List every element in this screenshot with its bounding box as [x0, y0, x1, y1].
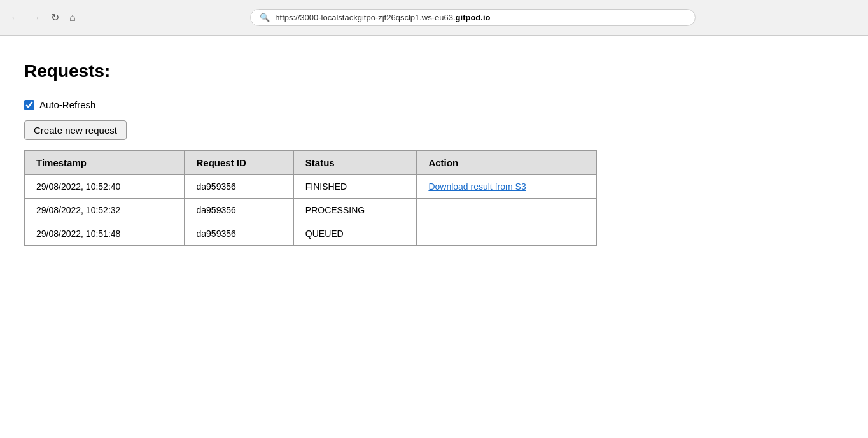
- cell-request-id: da959356: [185, 222, 293, 246]
- create-new-request-button[interactable]: Create new request: [24, 120, 127, 140]
- cell-status: QUEUED: [293, 222, 417, 246]
- search-icon: 🔍: [260, 13, 270, 22]
- url-text: https://3000-localstackgitpo-zjf26qsclp1…: [275, 13, 490, 22]
- cell-request-id: da959356: [185, 199, 293, 222]
- col-request-id: Request ID: [185, 151, 293, 175]
- page-title: Requests:: [24, 61, 843, 81]
- back-button[interactable]: ←: [8, 10, 23, 26]
- cell-timestamp: 29/08/2022, 10:52:32: [25, 199, 185, 222]
- table-header-row: Timestamp Request ID Status Action: [25, 151, 597, 175]
- table-row: 29/08/2022, 10:52:40da959356FINISHEDDown…: [25, 175, 597, 199]
- address-bar[interactable]: 🔍 https://3000-localstackgitpo-zjf26qscl…: [250, 9, 696, 26]
- forward-button[interactable]: →: [28, 10, 43, 26]
- browser-nav: ← → ↻ ⌂: [8, 9, 78, 26]
- cell-status: FINISHED: [293, 175, 417, 199]
- cell-timestamp: 29/08/2022, 10:52:40: [25, 175, 185, 199]
- page-content: Requests: Auto-Refresh Create new reques…: [0, 36, 868, 271]
- table-header: Timestamp Request ID Status Action: [25, 151, 597, 175]
- download-s3-link[interactable]: Download result from S3: [428, 181, 526, 192]
- requests-table: Timestamp Request ID Status Action 29/08…: [24, 150, 597, 246]
- col-status: Status: [293, 151, 417, 175]
- url-prefix: https://3000-localstackgitpo-zjf26qsclp1…: [275, 13, 455, 22]
- refresh-button[interactable]: ↻: [48, 9, 62, 26]
- cell-status: PROCESSING: [293, 199, 417, 222]
- auto-refresh-label[interactable]: Auto-Refresh: [39, 99, 95, 110]
- table-body: 29/08/2022, 10:52:40da959356FINISHEDDown…: [25, 175, 597, 246]
- cell-timestamp: 29/08/2022, 10:51:48: [25, 222, 185, 246]
- refresh-icon: ↻: [51, 11, 59, 24]
- cell-request-id: da959356: [185, 175, 293, 199]
- auto-refresh-row: Auto-Refresh: [24, 99, 843, 110]
- cell-action[interactable]: Download result from S3: [417, 175, 597, 199]
- table-row: 29/08/2022, 10:51:48da959356QUEUED: [25, 222, 597, 246]
- col-timestamp: Timestamp: [25, 151, 185, 175]
- table-row: 29/08/2022, 10:52:32da959356PROCESSING: [25, 199, 597, 222]
- home-button[interactable]: ⌂: [67, 10, 78, 26]
- browser-chrome: ← → ↻ ⌂ 🔍 https://3000-localstackgitpo-z…: [0, 0, 868, 36]
- auto-refresh-checkbox[interactable]: [24, 100, 34, 110]
- cell-action: [417, 222, 597, 246]
- url-suffix: gitpod.io: [456, 13, 491, 22]
- col-action: Action: [417, 151, 597, 175]
- home-icon: ⌂: [69, 12, 76, 24]
- forward-icon: →: [31, 12, 41, 24]
- back-icon: ←: [10, 12, 20, 24]
- cell-action: [417, 199, 597, 222]
